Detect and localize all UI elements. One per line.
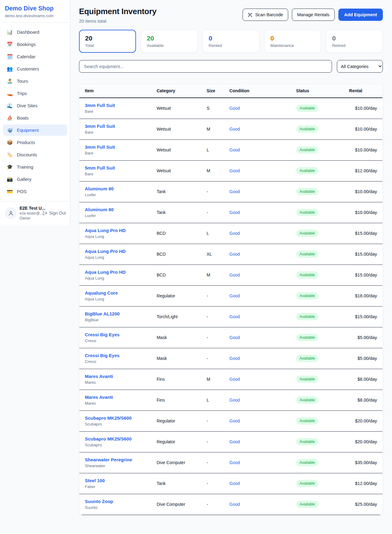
condition-link[interactable]: Good	[229, 335, 240, 340]
manage-rentals-button[interactable]: Manage Rentals	[292, 9, 335, 21]
item-brand: Cressi	[85, 359, 156, 364]
condition-link[interactable]: Good	[229, 502, 240, 507]
item-name-link[interactable]: Aluminum 80	[85, 207, 156, 212]
status-badge: Available	[296, 292, 318, 299]
item-category: BCD	[156, 223, 206, 244]
stat-card-retired[interactable]: 0 Retired	[326, 30, 383, 53]
rental-rate: $10.00/day	[349, 181, 383, 202]
condition-link[interactable]: Good	[229, 273, 240, 277]
table-row: Steel 100 Faber Tank - Good Available	[79, 473, 383, 494]
item-name-link[interactable]: Mares Avanti	[85, 395, 156, 400]
sidebar-nav: 📊 Dashboard 📅 Bookings 🗓️ Calendar 👥 Cus…	[0, 23, 70, 201]
item-size: L	[207, 139, 229, 160]
table-row: Aqua Lung Pro HD Aqua Lung BCD M Good Av…	[79, 265, 383, 285]
stat-card-rented[interactable]: 0 Rented	[202, 30, 259, 53]
item-name-link[interactable]: Aqua Lung Pro HD	[85, 228, 156, 233]
item-brand: Aqua Lung	[85, 234, 156, 239]
category-select[interactable]: All Categories	[337, 60, 383, 73]
sidebar-item-boats[interactable]: ⛵ Boats	[3, 112, 67, 124]
status-badge: Available	[296, 480, 318, 487]
item-name-link[interactable]: Aqualung Core	[85, 290, 156, 296]
add-equipment-button[interactable]: Add Equipment	[338, 9, 383, 21]
add-equipment-label: Add Equipment	[344, 12, 377, 17]
sidebar-item-tours[interactable]: 🏝️ Tours	[3, 75, 67, 87]
condition-link[interactable]: Good	[229, 127, 240, 132]
column-header-size: Size	[207, 84, 229, 98]
sidebar-item-pos[interactable]: 💳 POS	[3, 186, 67, 197]
sidebar-item-products[interactable]: 📦 Products	[3, 137, 67, 148]
item-brand: Bare	[85, 130, 156, 135]
sidebar-item-customers[interactable]: 👥 Customers	[3, 63, 67, 74]
condition-link[interactable]: Good	[229, 314, 240, 319]
table-row: Scubapro MK25/S600 Scubapro Regulator - …	[79, 431, 383, 452]
item-category: BCD	[156, 265, 206, 285]
condition-link[interactable]: Good	[229, 481, 240, 486]
status-badge: Available	[296, 146, 318, 154]
scan-barcode-button[interactable]: Scan Barcode	[243, 9, 288, 21]
sidebar-item-calendar[interactable]: 🗓️ Calendar	[3, 51, 67, 62]
item-name-link[interactable]: Steel 100	[85, 478, 156, 483]
item-name-link[interactable]: Aqua Lung Pro HD	[85, 249, 156, 254]
condition-link[interactable]: Good	[229, 293, 240, 298]
stat-card-available[interactable]: 20 Available	[141, 30, 198, 53]
item-name-link[interactable]: 5mm Full Suit	[85, 165, 156, 170]
manage-rentals-label: Manage Rentals	[297, 12, 330, 17]
condition-link[interactable]: Good	[229, 252, 240, 257]
condition-link[interactable]: Good	[229, 168, 240, 173]
item-size: S	[207, 98, 229, 119]
table-row: Suunto Zoop Suunto Dive Computer - Good …	[79, 494, 383, 515]
item-name-link[interactable]: Aluminum 80	[85, 186, 156, 191]
bookings-icon: 📅	[7, 42, 13, 47]
item-name-link[interactable]: Aqua Lung Pro HD	[85, 269, 156, 275]
item-category: Regulator	[156, 410, 206, 431]
sidebar-item-training[interactable]: 🎓 Training	[3, 161, 67, 173]
item-name-link[interactable]: Shearwater Peregrine	[85, 457, 156, 462]
condition-link[interactable]: Good	[229, 398, 240, 402]
item-name-link[interactable]: Mares Avanti	[85, 374, 156, 379]
item-name-link[interactable]: 3mm Full Suit	[85, 103, 156, 108]
condition-link[interactable]: Good	[229, 147, 240, 152]
item-brand: Bare	[85, 151, 156, 155]
condition-link[interactable]: Good	[229, 106, 240, 111]
condition-link[interactable]: Good	[229, 356, 240, 361]
condition-link[interactable]: Good	[229, 231, 240, 236]
condition-link[interactable]: Good	[229, 377, 240, 382]
item-category: Mask	[156, 348, 206, 369]
sidebar-item-discounts[interactable]: 🏷️ Discounts	[3, 149, 67, 160]
table-row: Mares Avanti Mares Fins M Good Available	[79, 369, 383, 390]
condition-link[interactable]: Good	[229, 189, 240, 194]
item-name-link[interactable]: Scubapro MK25/S600	[85, 415, 156, 421]
sidebar-item-dashboard[interactable]: 📊 Dashboard	[3, 26, 67, 38]
item-size: -	[207, 494, 229, 515]
item-name-link[interactable]: 3mm Full Suit	[85, 124, 156, 129]
item-name-link[interactable]: Scubapro MK25/S600	[85, 436, 156, 441]
rental-rate: $15.00/day	[349, 223, 383, 244]
sidebar-item-dive-sites[interactable]: 🌊 Dive Sites	[3, 100, 67, 111]
condition-link[interactable]: Good	[229, 418, 240, 423]
condition-link[interactable]: Good	[229, 460, 240, 465]
condition-link[interactable]: Good	[229, 210, 240, 215]
search-input[interactable]	[79, 60, 332, 73]
sidebar-item-trips[interactable]: 🚤 Trips	[3, 88, 67, 99]
sidebar-item-equipment[interactable]: 🤿 Equipment	[3, 124, 67, 136]
rental-rate: $15.00/day	[349, 244, 383, 265]
condition-link[interactable]: Good	[229, 439, 240, 444]
item-size: -	[207, 431, 229, 452]
sign-out-button[interactable]: Sign Out	[43, 211, 66, 216]
stat-card-maintenance[interactable]: 0 Maintenance	[264, 30, 321, 53]
item-name-link[interactable]: Suunto Zoop	[85, 499, 156, 504]
item-size: L	[207, 390, 229, 410]
item-name-link[interactable]: Cressi Big Eyes	[85, 353, 156, 358]
user-section: E2E Test U... e2e-tester@... Owner Sign …	[0, 201, 70, 225]
stat-card-total[interactable]: 20 Total	[79, 30, 136, 53]
sidebar-item-gallery[interactable]: 📸 Gallery	[3, 174, 67, 185]
item-category: BCD	[156, 244, 206, 265]
table-body: 3mm Full Suit Bare Wetsuit S Good Availa…	[79, 98, 383, 515]
item-name-link[interactable]: 3mm Full Suit	[85, 144, 156, 150]
filter-row: All Categories	[79, 60, 383, 73]
sidebar-item-bookings[interactable]: 📅 Bookings	[3, 39, 67, 50]
item-name-link[interactable]: Cressi Big Eyes	[85, 332, 156, 337]
item-name-link[interactable]: BigBlue AL1200	[85, 311, 156, 316]
item-size: M	[207, 265, 229, 285]
rental-rate: $20.00/day	[349, 431, 383, 452]
